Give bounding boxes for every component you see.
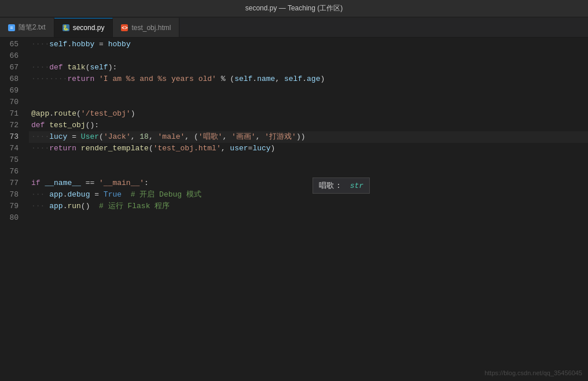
- tab-icon-txt: ≡: [8, 24, 15, 31]
- tab-second-label: second.py: [73, 24, 105, 32]
- code-line-77: if __name__ == '__main__':: [29, 177, 588, 189]
- code-line-79: ··· app.run() # 运行 Flask 程序: [29, 201, 588, 212]
- ln-69: 69: [0, 85, 24, 97]
- ln-68: 68: [0, 73, 24, 85]
- code-line-76: [29, 166, 588, 177]
- watermark: https://blog.csdn.net/qq_35456045: [484, 369, 582, 376]
- ln-76: 76: [0, 166, 24, 177]
- ln-67: 67: [0, 62, 24, 73]
- code-line-69: [29, 85, 588, 97]
- ln-78: 78: [0, 189, 24, 201]
- code-line-80: [29, 212, 588, 224]
- code-area[interactable]: ····self.hobby = hobby ····def talk(self…: [29, 38, 588, 381]
- ln-71: 71: [0, 108, 24, 120]
- tab-icon-py: 🐍: [63, 24, 69, 31]
- ln-80: 80: [0, 212, 24, 224]
- title-bar: second.py — Teaching (工作区): [0, 0, 588, 17]
- tooltip-type: str: [350, 182, 363, 190]
- line-numbers: 65 66 67 68 69 70 71 72 73 74 75 76 77 7…: [0, 38, 29, 381]
- ln-79: 79: [0, 201, 24, 212]
- tab-notes-label: 随笔2.txt: [19, 23, 46, 32]
- tooltip-param: 唱歌: [319, 180, 334, 191]
- ln-65: 65: [0, 39, 24, 50]
- ln-73: 73: [0, 131, 24, 143]
- ln-70: 70: [0, 97, 24, 108]
- ln-74: 74: [0, 143, 24, 154]
- tooltip-colon: :: [336, 182, 341, 190]
- tab-notes[interactable]: ≡ 随笔2.txt: [0, 18, 54, 37]
- code-line-74: ····return render_template('test_obj.htm…: [29, 143, 588, 154]
- code-line-65: ····self.hobby = hobby: [29, 39, 588, 50]
- ln-72: 72: [0, 120, 24, 131]
- code-line-78: ··· app.debug = True # 开启 Debug 模式: [29, 189, 588, 201]
- code-line-68: ········return 'I am %s and %s years old…: [29, 73, 588, 85]
- ln-66: 66: [0, 50, 24, 62]
- tab-test-html[interactable]: <> test_obj.html: [113, 18, 179, 37]
- editor: 65 66 67 68 69 70 71 72 73 74 75 76 77 7…: [0, 38, 588, 381]
- code-line-72: def test_obj():: [29, 120, 588, 131]
- code-line-70: [29, 97, 588, 108]
- ln-75: 75: [0, 154, 24, 166]
- tab-second-py[interactable]: 🐍 second.py: [54, 18, 113, 37]
- tooltip: 唱歌: str: [313, 177, 370, 194]
- tab-icon-html: <>: [121, 24, 128, 31]
- window-title: second.py — Teaching (工作区): [245, 3, 343, 13]
- code-line-67: ····def talk(self):: [29, 62, 588, 73]
- tab-test-label: test_obj.html: [131, 24, 171, 32]
- code-line-71: @app.route('/test_obj'): [29, 108, 588, 120]
- code-line-66: [29, 50, 588, 62]
- ln-77: 77: [0, 177, 24, 189]
- tab-bar: ≡ 随笔2.txt 🐍 second.py <> test_obj.html: [0, 17, 588, 38]
- code-line-75: [29, 154, 588, 166]
- code-line-73: ····lucy = User('Jack', 18, 'male', ('唱歌…: [29, 131, 588, 143]
